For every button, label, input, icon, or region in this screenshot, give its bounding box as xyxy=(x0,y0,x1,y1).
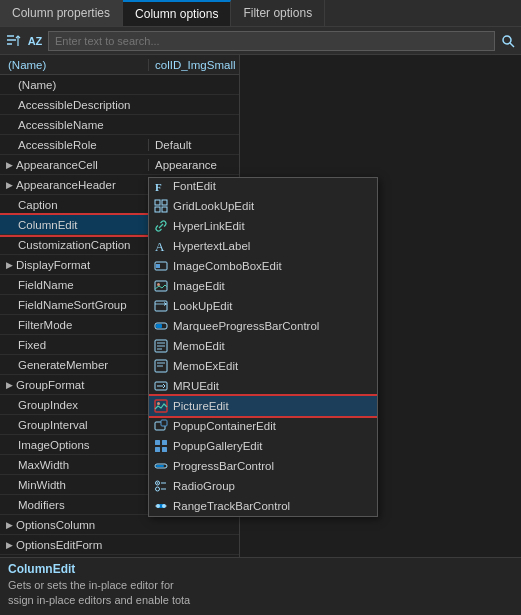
bottom-panel: ColumnEdit Gets or sets the in-place edi… xyxy=(0,557,240,615)
dropdown-item-label: PictureEdit xyxy=(173,400,229,412)
column-edit-dropdown[interactable]: CalcEditCheckedComboBoxEditCheckEditColo… xyxy=(148,177,378,517)
progress-icon xyxy=(153,318,169,334)
dropdown-item-label: MRUEdit xyxy=(173,380,219,392)
svg-rect-27 xyxy=(162,200,167,205)
svg-point-34 xyxy=(157,283,160,286)
table-row[interactable]: ▶ AppearanceCell Appearance xyxy=(0,155,239,175)
dropdown-item[interactable]: PopupContainerEdit xyxy=(149,416,377,436)
search-input[interactable] xyxy=(48,31,495,51)
memoex-icon xyxy=(153,358,169,374)
tab-column-options[interactable]: Column options xyxy=(123,0,231,26)
svg-line-5 xyxy=(510,43,514,47)
expand-arrow: ▶ xyxy=(6,260,13,270)
svg-rect-28 xyxy=(155,207,160,212)
dropdown-item[interactable]: MarqueeProgressBarControl xyxy=(149,316,377,336)
dropdown-item[interactable]: HyperLinkEdit xyxy=(149,216,377,236)
dropdown-item-label: ImageEdit xyxy=(173,280,225,292)
svg-rect-55 xyxy=(162,447,167,452)
dropdown-item-label: RangeTrackBarControl xyxy=(173,500,290,512)
bottom-title: ColumnEdit xyxy=(8,562,240,576)
svg-point-49 xyxy=(157,402,160,405)
col-header-name: (Name) xyxy=(0,59,148,71)
svg-rect-52 xyxy=(155,440,160,445)
svg-rect-54 xyxy=(155,447,160,452)
dropdown-item-label: HyperLinkEdit xyxy=(173,220,245,232)
dropdown-item[interactable]: ImageEdit xyxy=(149,276,377,296)
popup-icon xyxy=(153,418,169,434)
svg-point-4 xyxy=(503,36,511,44)
svg-text:F: F xyxy=(155,181,162,193)
svg-text:A: A xyxy=(155,239,165,253)
expand-arrow: ▶ xyxy=(6,160,13,170)
dropdown-item[interactable]: PopupGalleryEdit xyxy=(149,436,377,456)
progressbar-icon xyxy=(153,458,169,474)
expand-arrow: ▶ xyxy=(6,520,13,530)
dropdown-item-label: LookUpEdit xyxy=(173,300,232,312)
dropdown-item[interactable]: FFontEdit xyxy=(149,177,377,196)
font-icon: F xyxy=(153,178,169,194)
dropdown-item-label: MarqueeProgressBarControl xyxy=(173,320,319,332)
svg-point-66 xyxy=(162,504,166,508)
svg-rect-35 xyxy=(155,301,167,311)
expand-arrow: ▶ xyxy=(6,540,13,550)
expand-arrow: ▶ xyxy=(6,180,13,190)
dropdown-item-label: RadioGroup xyxy=(173,480,235,492)
svg-point-59 xyxy=(157,482,159,484)
dropdown-item[interactable]: ProgressBarControl xyxy=(149,456,377,476)
radio-icon xyxy=(153,478,169,494)
dropdown-item[interactable]: MemoExEdit xyxy=(149,356,377,376)
table-row[interactable]: ▶ OptionsColumn xyxy=(0,515,239,535)
dropdown-item-label: GridLookUpEdit xyxy=(173,200,254,212)
text_a-icon: A xyxy=(153,238,169,254)
table-row[interactable]: AccessibleDescription xyxy=(0,95,239,115)
dropdown-item-label: PopupGalleryEdit xyxy=(173,440,263,452)
grid-icon xyxy=(153,198,169,214)
dropdown-item-label: ProgressBarControl xyxy=(173,460,274,472)
image-icon xyxy=(153,278,169,294)
svg-point-61 xyxy=(156,487,160,491)
bottom-description2: ssign in-place editors and enable tota xyxy=(8,593,240,608)
range-icon xyxy=(153,498,169,514)
svg-rect-33 xyxy=(155,281,167,291)
dropdown-item[interactable]: PictureEdit xyxy=(149,396,377,416)
gallery-icon xyxy=(153,438,169,454)
col-header-value: colID_ImgSmall xyxy=(148,59,239,71)
dropdown-item[interactable]: GridLookUpEdit xyxy=(149,196,377,216)
dropdown-item-label: FontEdit xyxy=(173,180,216,192)
svg-rect-51 xyxy=(161,420,167,426)
table-row[interactable]: AccessibleRole Default xyxy=(0,135,239,155)
dropdown-item[interactable]: RadioGroup xyxy=(149,476,377,496)
dropdown-item[interactable]: RangeTrackBarControl xyxy=(149,496,377,516)
tab-column-properties[interactable]: Column properties xyxy=(0,0,123,26)
svg-rect-26 xyxy=(155,200,160,205)
sort-az-icon[interactable]: AZ xyxy=(26,32,44,50)
dropdown-item[interactable]: MRUEdit xyxy=(149,376,377,396)
dropdown-item-label: PopupContainerEdit xyxy=(173,420,276,432)
picture-icon xyxy=(153,398,169,414)
tab-filter-options[interactable]: Filter options xyxy=(231,0,325,26)
sort-list-icon[interactable] xyxy=(4,32,22,50)
expand-arrow: ▶ xyxy=(6,380,13,390)
table-row[interactable]: AccessibleName xyxy=(0,115,239,135)
dropdown-item[interactable]: MemoEdit xyxy=(149,336,377,356)
mru-icon xyxy=(153,378,169,394)
svg-rect-29 xyxy=(162,207,167,212)
bottom-description: Gets or sets the in-place editor for xyxy=(8,578,240,593)
svg-rect-38 xyxy=(156,324,162,328)
dropdown-item[interactable]: LookUpEdit xyxy=(149,296,377,316)
tabs-bar: Column properties Column options Filter … xyxy=(0,0,521,27)
search-button[interactable] xyxy=(499,32,517,50)
svg-rect-32 xyxy=(156,264,160,268)
dropdown-item[interactable]: AHypertextLabel xyxy=(149,236,377,256)
link-icon xyxy=(153,218,169,234)
table-row[interactable]: ▶ OptionsEditForm xyxy=(0,535,239,555)
svg-rect-53 xyxy=(162,440,167,445)
dropdown-item-label: ImageComboBoxEdit xyxy=(173,260,282,272)
memo-icon xyxy=(153,338,169,354)
dropdown-item-label: HypertextLabel xyxy=(173,240,250,252)
dropdown-item[interactable]: ImageComboBoxEdit xyxy=(149,256,377,276)
imagecombo-icon xyxy=(153,258,169,274)
svg-point-65 xyxy=(156,504,160,508)
column-header: (Name) colID_ImgSmall xyxy=(0,55,239,75)
table-row[interactable]: (Name) xyxy=(0,75,239,95)
